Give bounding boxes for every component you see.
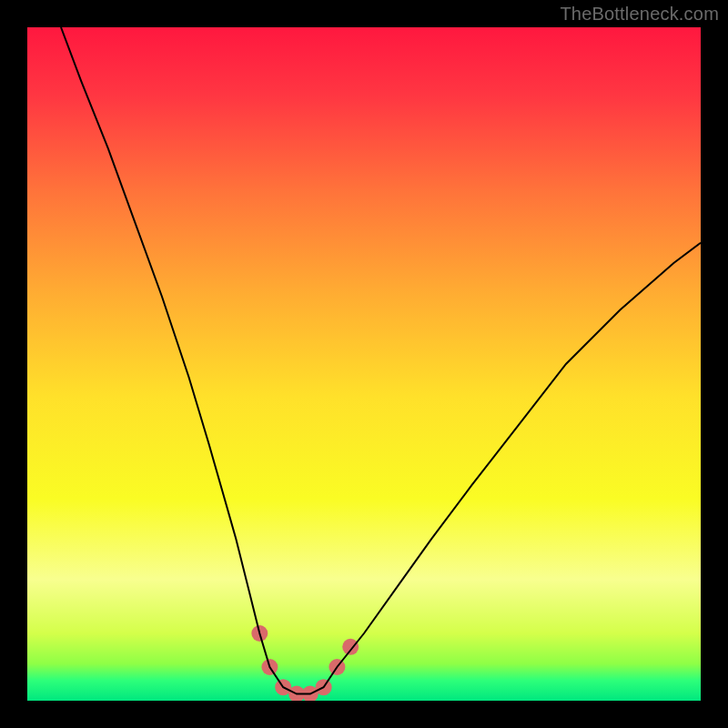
gradient-background: [27, 27, 701, 701]
watermark-text: TheBottleneck.com: [560, 4, 719, 25]
chart-frame: [27, 27, 701, 701]
bottleneck-chart: [27, 27, 701, 701]
trough-marker: [342, 639, 359, 655]
